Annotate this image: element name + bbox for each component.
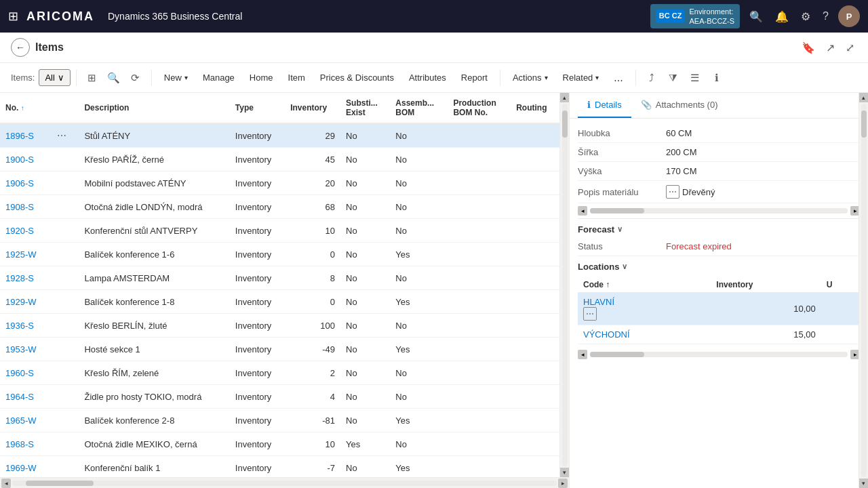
item-link-1928-S[interactable]: 1928-S: [5, 273, 34, 283]
table-row[interactable]: 1906-S ⋯ Mobilní podstavec ATÉNY Invento…: [0, 171, 559, 195]
bookmark-icon[interactable]: 🔖: [799, 39, 818, 57]
item-link-1929-W[interactable]: 1929-W: [5, 297, 37, 307]
item-link-1896-S[interactable]: 1896-S: [5, 131, 34, 141]
item-link-1953-W[interactable]: 1953-W: [5, 344, 37, 354]
avatar[interactable]: P: [838, 5, 860, 27]
scroll-left-arrow[interactable]: ◂: [1, 479, 11, 488]
cell-row-actions: ⋯: [49, 409, 79, 432]
scroll-h-thumb: [26, 481, 94, 486]
item-link-1925-W[interactable]: 1925-W: [5, 249, 37, 260]
search-icon[interactable]: 🔍: [747, 7, 766, 26]
cell-subst: No: [340, 409, 390, 432]
cell-no: 1953-W: [0, 338, 49, 361]
scroll-right-arrow[interactable]: ▸: [558, 479, 568, 488]
new-button[interactable]: New: [157, 69, 195, 86]
cell-inventory: -49: [285, 338, 340, 361]
col-routing: Routing: [511, 93, 559, 123]
table-row[interactable]: 1928-S ⋯ Lampa AMSTERDAM Inventory 8 No …: [0, 266, 559, 290]
loc-link-VÝCHODNÍ[interactable]: VÝCHODNÍ: [583, 329, 630, 340]
help-icon[interactable]: ?: [820, 7, 831, 25]
forecast-section-header[interactable]: Forecast ∨: [578, 219, 860, 237]
item-link-1900-S[interactable]: 1900-S: [5, 155, 34, 165]
table-row[interactable]: 1900-S ⋯ Křeslo PAŘÍŽ, černé Inventory 4…: [0, 148, 559, 171]
table-row[interactable]: 1960-S ⋯ Křeslo ŘÍM, zelené Inventory 2 …: [0, 361, 559, 385]
loc-table-row[interactable]: VÝCHODNÍ 15,00: [578, 325, 860, 344]
share-ext-icon[interactable]: ⤴: [642, 68, 662, 88]
scroll-up-arrow[interactable]: ▴: [560, 93, 570, 102]
gear-icon[interactable]: ⚙: [798, 7, 813, 26]
cell-row-actions: ⋯: [49, 290, 79, 314]
col-no[interactable]: No. ↑: [0, 93, 49, 123]
table-horizontal-scrollbar[interactable]: ◂ ▸: [0, 477, 569, 488]
table-row[interactable]: 1908-S ⋯ Otočná židle LONDÝN, modrá Inve…: [0, 195, 559, 219]
prices-discounts-button[interactable]: Prices & Discounts: [313, 69, 401, 86]
cell-type: Inventory: [230, 123, 285, 148]
detail-scroll-down[interactable]: ▾: [859, 479, 869, 488]
forecast-status-value: Forecast expired: [666, 241, 860, 251]
popis-edit-button[interactable]: ⋯: [666, 185, 679, 199]
environment-info[interactable]: BC CZ Environment: AEA-BCCZ-S: [650, 4, 740, 29]
item-link-1908-S[interactable]: 1908-S: [5, 202, 34, 212]
related-button[interactable]: Related: [556, 69, 606, 86]
report-button[interactable]: Report: [454, 69, 494, 86]
info-icon-button[interactable]: ℹ: [707, 68, 727, 88]
tab-attachments[interactable]: 📎 Attachments (0): [631, 93, 728, 118]
row-actions-button[interactable]: ⋯: [54, 129, 69, 142]
filter-all-button[interactable]: All ∨: [39, 69, 70, 86]
table-row[interactable]: 1968-S ⋯ Otočná židle MEXIKO, černá Inve…: [0, 432, 559, 456]
item-link-1964-S[interactable]: 1964-S: [5, 392, 34, 402]
view-toggle-icon[interactable]: ⊞: [82, 68, 102, 88]
manage-button[interactable]: Manage: [196, 69, 241, 86]
cell-desc: Konferenční stůl ANTVERPY: [79, 219, 229, 243]
item-link-1965-W[interactable]: 1965-W: [5, 415, 37, 426]
locations-section-header[interactable]: Locations ∨: [578, 256, 860, 274]
col-description: Description: [79, 93, 229, 123]
home-button[interactable]: Home: [243, 69, 280, 86]
attributes-button[interactable]: Attributes: [402, 69, 453, 86]
scroll-down-arrow[interactable]: ▾: [560, 468, 570, 477]
actions-button[interactable]: Actions: [506, 69, 555, 86]
table-row[interactable]: 1896-S ⋯ Stůl ATÉNY Inventory 29 No No: [0, 123, 559, 148]
filter-icon[interactable]: ⧩: [663, 68, 684, 88]
more-button[interactable]: ...: [607, 68, 629, 87]
detail-scroll-up[interactable]: ▴: [859, 93, 869, 102]
item-link-1960-S[interactable]: 1960-S: [5, 368, 34, 378]
col-inventory: Inventory: [285, 93, 340, 123]
cell-bom: No: [390, 219, 448, 243]
item-link-1968-S[interactable]: 1968-S: [5, 439, 34, 449]
item-button[interactable]: Item: [281, 69, 312, 86]
fullscreen-icon[interactable]: ⤢: [843, 39, 857, 57]
item-link-1969-W[interactable]: 1969-W: [5, 463, 37, 473]
item-link-1936-S[interactable]: 1936-S: [5, 321, 34, 331]
table-row[interactable]: 1965-W ⋯ Balíček konference 2-8 Inventor…: [0, 409, 559, 432]
table-row[interactable]: 1920-S ⋯ Konferenční stůl ANTVERPY Inven…: [0, 219, 559, 243]
waffle-icon[interactable]: ⊞: [8, 9, 18, 24]
hscroll-left-detail[interactable]: ◂: [578, 206, 587, 216]
share-icon[interactable]: ↗: [823, 39, 837, 57]
table-row[interactable]: 1929-W ⋯ Balíček konference 1-8 Inventor…: [0, 290, 559, 314]
cell-desc: Otočná židle MEXIKO, černá: [79, 432, 229, 456]
cell-row-actions: ⋯: [49, 432, 79, 456]
item-link-1920-S[interactable]: 1920-S: [5, 226, 34, 236]
list-vertical-scrollbar[interactable]: ▴ ▾: [559, 93, 569, 477]
table-row[interactable]: 1969-W ⋯ Konferenční balík 1 Inventory -…: [0, 456, 559, 478]
detail-vertical-scrollbar[interactable]: ▴ ▾: [859, 93, 868, 488]
table-row[interactable]: 1936-S ⋯ Křeslo BERLÍN, žluté Inventory …: [0, 314, 559, 338]
loc-link-HLAVNÍ[interactable]: HLAVNÍ: [583, 297, 614, 307]
table-container: No. ↑ Description Type Inventory Substi.…: [0, 93, 559, 477]
table-row[interactable]: 1964-S ⋯ Židle pro hosty TOKIO, modrá In…: [0, 385, 559, 409]
cell-row-actions: ⋯: [49, 171, 79, 195]
loc-row-actions[interactable]: ⋯: [583, 307, 597, 321]
refresh-button[interactable]: ⟳: [125, 68, 146, 88]
table-row[interactable]: 1953-W ⋯ Hosté sekce 1 Inventory -49 No …: [0, 338, 559, 361]
bell-icon[interactable]: 🔔: [772, 7, 791, 26]
loc-table-row[interactable]: HLAVNÍ ⋯ 10,00: [578, 293, 860, 325]
back-button[interactable]: ←: [11, 38, 30, 57]
tab-details[interactable]: ℹ Details: [578, 93, 631, 118]
cell-row-actions: ⋯: [49, 219, 79, 243]
loc-hscroll-left[interactable]: ◂: [578, 350, 587, 359]
item-link-1906-S[interactable]: 1906-S: [5, 178, 34, 188]
listview-icon[interactable]: ☰: [685, 68, 705, 88]
table-row[interactable]: 1925-W ⋯ Balíček konference 1-6 Inventor…: [0, 243, 559, 266]
search-button[interactable]: 🔍: [104, 68, 124, 88]
